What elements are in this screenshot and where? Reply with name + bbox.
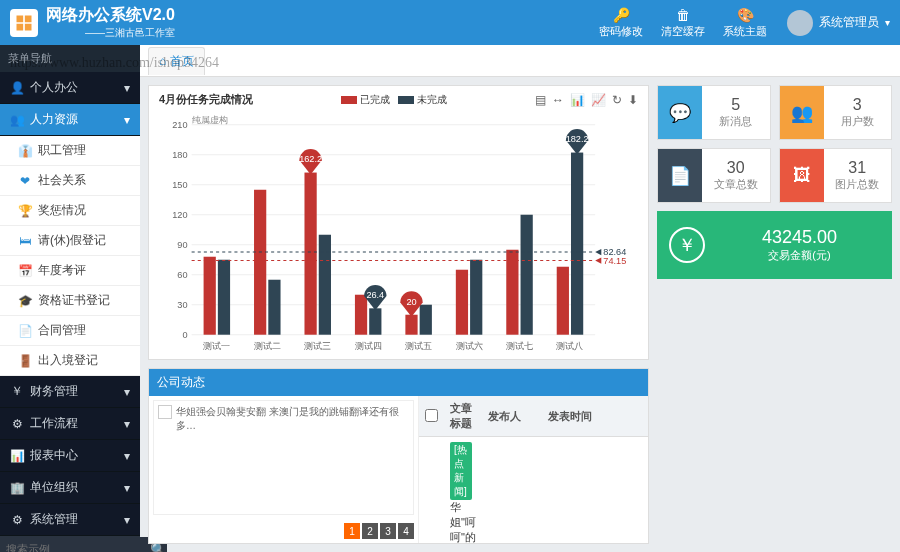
svg-rect-36 [521, 215, 533, 335]
svg-rect-27 [369, 308, 381, 334]
user-menu[interactable]: 系统管理员 ▾ [787, 10, 890, 36]
sidebar-item-workflow[interactable]: ⚙工作流程▾ [0, 408, 140, 440]
sidebar-sub-social[interactable]: ❤社会关系 [0, 166, 140, 196]
table-row[interactable]: [热点新闻]华姐"呵呵"的英文翻译火了，外交部的神翻译还有很多系统管理员2019… [419, 437, 648, 544]
svg-text:180: 180 [172, 150, 187, 160]
svg-rect-35 [506, 250, 518, 335]
chevron-down-icon: ▾ [124, 113, 130, 127]
svg-text:0: 0 [182, 330, 187, 340]
key-icon: 🔑 [613, 7, 630, 23]
doc-icon: 📄 [658, 149, 702, 202]
app-logo-icon [10, 9, 38, 37]
svg-rect-32 [456, 270, 468, 335]
tool-zoom-icon[interactable]: ↔ [552, 93, 564, 107]
bed-icon: 🛏 [18, 234, 32, 248]
sidebar-sub-entryexit[interactable]: 🚪出入境登记 [0, 346, 140, 376]
file-icon: 📄 [18, 324, 32, 338]
date-cell: 2019-08-09 17:56:25 [542, 437, 648, 544]
news-heading: 公司动态 [149, 369, 648, 396]
heart-icon: ❤ [18, 174, 32, 188]
tab-home[interactable]: ⌂首页 [148, 47, 205, 75]
app-header: 网络办公系统V2.0 ——三湘古邑工作室 🔑密码修改 🗑清空缓存 🎨系统主题 系… [0, 0, 900, 45]
tool-data-icon[interactable]: ▤ [535, 93, 546, 107]
svg-rect-30 [420, 305, 432, 335]
news-preview[interactable]: 华姐强会贝翰斐安翻 来澳门是我的跳铺翻译还有很多… [153, 400, 414, 515]
svg-text:150: 150 [172, 180, 187, 190]
svg-text:162.2: 162.2 [299, 154, 322, 164]
page-4[interactable]: 4 [398, 523, 414, 539]
sidebar-item-finance[interactable]: ￥财务管理▾ [0, 376, 140, 408]
username: 系统管理员 [819, 14, 879, 31]
news-pager: 1 2 3 4 [149, 519, 418, 543]
palette-icon: 🎨 [737, 7, 754, 23]
password-button[interactable]: 🔑密码修改 [599, 7, 643, 39]
stat-users[interactable]: 👥3用户数 [779, 85, 893, 140]
stats-column: 💬5新消息 👥3用户数 📄30文章总数 🖼31图片总数 ￥ 43245.00交易… [657, 85, 892, 544]
chevron-down-icon: ▾ [124, 481, 130, 495]
svg-rect-20 [254, 190, 266, 335]
tool-save-icon[interactable]: ⬇ [628, 93, 638, 107]
sidebar-sub-annual[interactable]: 📅年度考评 [0, 256, 140, 286]
tool-bar-icon[interactable]: 📊 [570, 93, 585, 107]
tool-line-icon[interactable]: 📈 [591, 93, 606, 107]
sidebar-sub-cert[interactable]: 🎓资格证书登记 [0, 286, 140, 316]
sidebar-sub-staff[interactable]: 👔职工管理 [0, 136, 140, 166]
chart-toolbar: ▤ ↔ 📊 📈 ↻ ⬇ [535, 93, 638, 107]
page-3[interactable]: 3 [380, 523, 396, 539]
col-author: 发布人 [482, 396, 542, 437]
news-tag: [热点新闻] [450, 442, 472, 500]
home-icon: ⌂ [159, 54, 166, 68]
avatar [787, 10, 813, 36]
svg-rect-18 [218, 260, 230, 335]
sidebar-sub-reward[interactable]: 🏆奖惩情况 [0, 196, 140, 226]
sidebar-sub-contract[interactable]: 📄合同管理 [0, 316, 140, 346]
svg-text:182.2: 182.2 [566, 134, 589, 144]
svg-rect-21 [268, 280, 280, 335]
sidebar-sub-leave[interactable]: 🛏请(休)假登记 [0, 226, 140, 256]
svg-rect-33 [470, 260, 482, 335]
stat-money[interactable]: ￥ 43245.00交易金额(元) [657, 211, 892, 279]
svg-rect-23 [304, 173, 316, 335]
svg-rect-17 [204, 257, 216, 335]
sidebar-item-system[interactable]: ⚙系统管理▾ [0, 504, 140, 536]
stat-articles[interactable]: 📄30文章总数 [657, 148, 771, 203]
svg-text:测试一: 测试一 [203, 341, 230, 351]
svg-text:测试八: 测试八 [556, 341, 583, 351]
sidebar-item-hr[interactable]: 👥人力资源▾ [0, 104, 140, 136]
svg-text:120: 120 [172, 210, 187, 220]
image-placeholder-icon [158, 405, 172, 419]
sidebar-item-org[interactable]: 🏢单位组织▾ [0, 472, 140, 504]
page-1[interactable]: 1 [344, 523, 360, 539]
sidebar-item-report[interactable]: 📊报表中心▾ [0, 440, 140, 472]
message-icon: 💬 [658, 86, 702, 139]
flow-icon: ⚙ [10, 417, 24, 431]
users-icon: 👥 [10, 113, 24, 127]
chevron-down-icon: ▾ [885, 17, 890, 28]
search-input[interactable] [0, 537, 150, 552]
news-table: 文章标题 发布人 发表时间 [热点新闻]华姐"呵呵"的英文翻译火了，外交部的神翻… [419, 396, 648, 543]
chevron-down-icon: ▾ [124, 385, 130, 399]
chart-panel: 4月份任务完成情况 已完成 未完成 ▤ ↔ 📊 📈 ↻ ⬇ [148, 85, 649, 360]
svg-marker-45 [595, 258, 601, 264]
app-title: 网络办公系统V2.0 [46, 5, 175, 26]
tool-refresh-icon[interactable]: ↻ [612, 93, 622, 107]
sidebar-item-personal[interactable]: 👤个人办公▾ [0, 72, 140, 104]
building-icon: 🏢 [10, 481, 24, 495]
svg-text:30: 30 [177, 300, 187, 310]
page-2[interactable]: 2 [362, 523, 378, 539]
users-icon: 👥 [780, 86, 824, 139]
task-chart: 0306090120150180210纯属虚构测试一测试二测试三测试四测试五测试… [159, 109, 638, 357]
clear-cache-button[interactable]: 🗑清空缓存 [661, 7, 705, 39]
col-title: 文章标题 [444, 396, 482, 437]
select-all-checkbox[interactable] [425, 409, 438, 422]
door-icon: 🚪 [18, 354, 32, 368]
stat-images[interactable]: 🖼31图片总数 [779, 148, 893, 203]
stat-messages[interactable]: 💬5新消息 [657, 85, 771, 140]
theme-button[interactable]: 🎨系统主题 [723, 7, 767, 39]
svg-rect-26 [355, 295, 367, 335]
author-cell: 系统管理员 [482, 437, 542, 544]
svg-rect-38 [557, 267, 569, 335]
sidebar-heading: 菜单导航 [0, 45, 140, 72]
svg-text:90: 90 [177, 240, 187, 250]
svg-text:测试三: 测试三 [304, 341, 331, 351]
